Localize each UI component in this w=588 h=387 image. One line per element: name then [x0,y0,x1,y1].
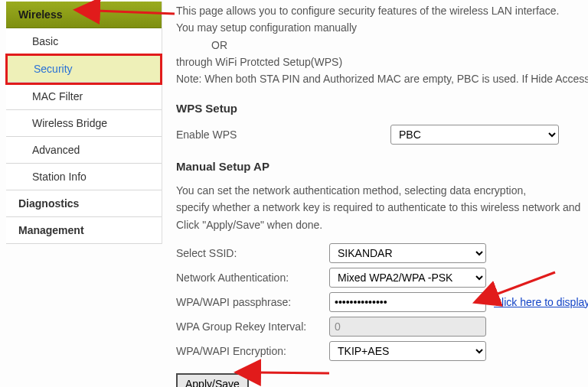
enc-select[interactable]: TKIP+AES [329,341,486,361]
intro-line2: You may setup configuration manually [176,20,588,35]
sidebar-item-basic[interactable]: Basic [6,28,162,55]
rekey-input [329,317,486,337]
intro-or: OR [176,37,588,53]
enc-label: WPA/WAPI Encryption: [176,343,329,359]
pass-input[interactable] [329,292,486,312]
enable-wps-select[interactable]: PBC [390,125,559,145]
sidebar-item-diagnostics[interactable]: Diagnostics [6,190,162,217]
sidebar: Wireless Basic Security MAC Filter Wirel… [0,0,162,387]
manual-desc1: You can set the network authentication m… [176,183,588,198]
intro-line4: Note: When both STA PIN and Authorized M… [176,71,588,86]
enable-wps-label: Enable WPS [176,127,329,142]
manual-title: Manual Setup AP [176,158,588,175]
rekey-label: WPA Group Rekey Interval: [176,319,329,334]
manual-desc3: Click "Apply/Save" when done. [176,217,588,233]
ssid-label: Select SSID: [176,246,329,261]
sidebar-item-mac-filter[interactable]: MAC Filter [6,83,162,110]
pass-label: WPA/WAPI passphrase: [176,294,329,310]
sidebar-item-management[interactable]: Management [6,217,162,244]
ssid-select[interactable]: SIKANDAR [329,243,486,263]
auth-select[interactable]: Mixed WPA2/WPA -PSK [329,268,486,288]
sidebar-item-wireless-bridge[interactable]: Wireless Bridge [6,110,162,137]
manual-desc2: specify whether a network key is require… [176,200,588,215]
display-pass-link[interactable]: Click here to display [494,294,588,310]
sidebar-item-security[interactable]: Security [8,56,160,83]
sidebar-item-station-info[interactable]: Station Info [6,164,162,190]
intro-line3: through WiFi Protcted Setup(WPS) [176,54,588,70]
intro-line1: This page allows you to configure securi… [176,3,588,18]
wps-title: WPS Setup [176,100,588,117]
apply-save-button[interactable]: Apply/Save [176,373,249,387]
content: This page allows you to configure securi… [162,0,588,387]
auth-label: Network Authentication: [176,270,329,285]
sidebar-header-wireless[interactable]: Wireless [6,2,162,28]
sidebar-item-advanced[interactable]: Advanced [6,137,162,164]
